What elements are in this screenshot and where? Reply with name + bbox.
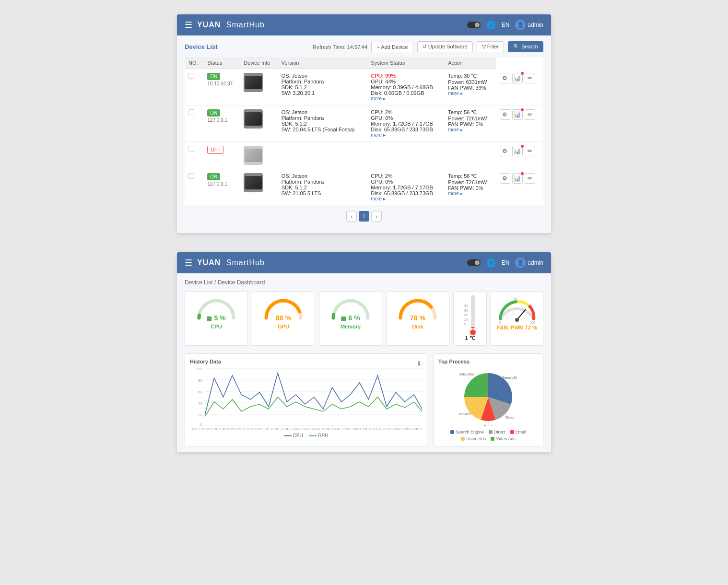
pie-legend-label: Union Ads: [466, 436, 486, 441]
next-page-button[interactable]: ›: [371, 211, 382, 222]
chart-icon[interactable]: 📊: [512, 173, 523, 184]
row-checkbox[interactable]: [188, 73, 194, 79]
top-process-title: Top Process: [438, 359, 538, 364]
pie-legend-label: Search Engine: [456, 430, 484, 434]
table-row: ON127.0.0.1OS: JetsonPlatform: PandoraSD…: [185, 105, 543, 142]
x-label: 20B: [206, 427, 213, 431]
x-label: 240B: [413, 427, 422, 431]
settings-icon[interactable]: ⚙: [500, 109, 510, 120]
x-label: 190B: [362, 427, 371, 431]
svg-text:0: 0: [499, 321, 501, 324]
update-software-button[interactable]: ↺ Update Software: [417, 41, 473, 52]
more-link[interactable]: more ▸: [371, 196, 440, 201]
svg-text:60: 60: [198, 390, 203, 394]
gauge-memory: 6 %: [329, 297, 373, 323]
version-line: SW: 21.05.5.LTS: [282, 190, 364, 196]
version-line: SW: 20.04.5 LTS (Focal Fossa): [282, 127, 364, 132]
svg-text:Direct: Direct: [505, 416, 514, 419]
more-link2[interactable]: more ▸: [448, 191, 492, 196]
version-line: OS: Jetson: [282, 73, 364, 79]
globe-icon2[interactable]: 🌐: [486, 258, 496, 268]
settings-icon[interactable]: ⚙: [500, 73, 510, 83]
more-link[interactable]: more ▸: [371, 132, 440, 138]
history-title: History Data: [190, 359, 221, 364]
hamburger-icon[interactable]: ☰: [185, 20, 192, 30]
x-label: 40B: [222, 427, 229, 431]
temp: Temp: 30 ℃: [448, 73, 492, 79]
row-checkbox[interactable]: [188, 173, 194, 179]
gauge-gpu: 88 %: [261, 297, 305, 323]
action-icons: ⚙ 📊 ✏: [500, 109, 540, 120]
user-menu2[interactable]: 👤 admin: [515, 257, 543, 268]
filter-button[interactable]: ▽ Filter: [477, 41, 505, 52]
ip-address: 127.0.0.1: [207, 181, 236, 187]
panel1-content: Device List Refresh Time: 14:57:44 + Add…: [177, 35, 551, 233]
gpu-usage: GPU: 0%: [371, 115, 440, 121]
memory-usage: Memory: 0.39GB / 4.68GB: [371, 84, 440, 90]
x-label: 230B: [403, 427, 412, 431]
pie-legend-label: Video Ads: [496, 436, 515, 441]
dark-mode-toggle[interactable]: [467, 22, 481, 28]
more-link[interactable]: more ▸: [371, 96, 440, 101]
col-no: NO.: [185, 57, 203, 69]
x-label: 30B: [214, 427, 221, 431]
device-table: NO. Status Device Info Version System St…: [185, 57, 543, 205]
lang-label2: EN: [502, 259, 510, 266]
chart-legend: CPU GPU: [190, 433, 422, 438]
pie-chart-wrap: Search EngineDirectEmailUnion AdsVideo A…: [438, 368, 538, 426]
thermometer-card: 403020100 1 ℃: [453, 292, 487, 346]
user-menu[interactable]: 👤 admin: [515, 20, 543, 30]
more-link2[interactable]: more ▸: [448, 91, 492, 96]
settings-icon[interactable]: ⚙: [500, 146, 510, 156]
status-badge: OFF: [207, 146, 223, 154]
prev-page-button[interactable]: ‹: [346, 211, 357, 222]
gauge-disk: 78 %: [396, 297, 440, 323]
edit-icon[interactable]: ✏: [525, 173, 535, 184]
fan-pwm: FAN PWM: 39%: [448, 85, 492, 91]
chart-icon[interactable]: 📊: [512, 73, 523, 83]
fan-card: 0 50 100 FAN: PWM 72 %: [491, 292, 543, 346]
history-chart: 100 80 60 40 20 0: [190, 368, 422, 426]
fan-label: FAN: PWM 72 %: [497, 325, 537, 330]
chart-icon[interactable]: 📊: [512, 146, 523, 156]
settings-icon[interactable]: ⚙: [500, 173, 510, 184]
brand-name: YUAN SmartHub: [197, 21, 265, 29]
gauge-cpu: 5 %: [194, 297, 238, 323]
status-badge: ON: [207, 173, 220, 180]
globe-icon[interactable]: 🌐: [486, 21, 496, 30]
bottom-row: History Data ⬇ 100 80: [185, 353, 543, 446]
temp: Temp: 56 ℃: [448, 109, 492, 116]
cpu-usage: CPU: 2%: [371, 173, 440, 179]
x-labels: 10B11B20B30B40B50B60B70B80B90B100B110B12…: [190, 427, 422, 431]
x-label: 10B: [190, 427, 197, 431]
gauge-card-cpu: 5 % CPU: [185, 292, 248, 346]
gauge-label-memory: Memory: [341, 324, 361, 329]
dark-mode-toggle2[interactable]: [467, 259, 481, 266]
edit-icon[interactable]: ✏: [525, 73, 535, 83]
device-list-panel: ☰ YUAN SmartHub 🌐 EN 👤 admin Device List…: [177, 14, 551, 233]
brand-name2: YUAN SmartHub: [197, 258, 265, 267]
page-1-button[interactable]: 1: [359, 211, 369, 222]
temp: Temp: 56 ℃: [448, 173, 492, 179]
version-line: SDK: 5.1.2: [282, 185, 364, 190]
svg-text:100: 100: [196, 368, 202, 371]
hamburger-icon2[interactable]: ☰: [185, 257, 192, 268]
download-icon[interactable]: ⬇: [416, 360, 422, 367]
avatar: 👤: [515, 20, 526, 30]
power: Power: 7261mW: [448, 179, 492, 185]
add-device-button[interactable]: + Add Device: [371, 42, 413, 52]
edit-icon[interactable]: ✏: [525, 109, 535, 120]
row-checkbox[interactable]: [188, 146, 194, 152]
more-link2[interactable]: more ▸: [448, 127, 492, 132]
cpu-usage: CPU: 2%: [371, 109, 440, 115]
edit-icon[interactable]: ✏: [525, 146, 535, 156]
search-button[interactable]: 🔍 Search: [508, 41, 543, 52]
chart-icon[interactable]: 📊: [512, 109, 523, 120]
svg-line-25: [467, 375, 471, 380]
row-checkbox[interactable]: [188, 109, 194, 115]
navbar: ☰ YUAN SmartHub 🌐 EN 👤 admin: [177, 14, 551, 35]
device-image: [244, 109, 263, 129]
svg-text:Email: Email: [484, 425, 493, 426]
device-list-title: Device List: [185, 43, 309, 50]
col-action: Action: [444, 57, 495, 69]
